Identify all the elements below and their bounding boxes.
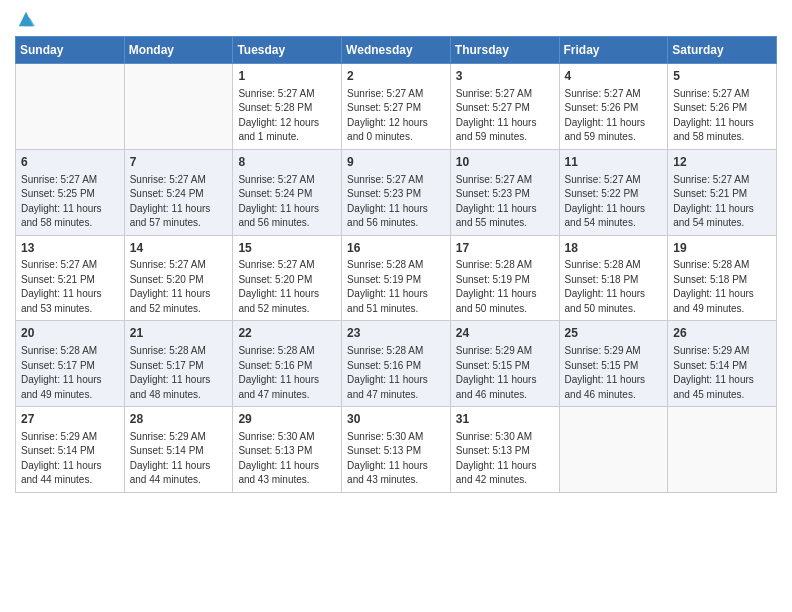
day-detail: Sunrise: 5:28 AM Sunset: 5:19 PM Dayligh… bbox=[456, 259, 537, 314]
day-number: 18 bbox=[565, 240, 663, 257]
calendar-cell: 7Sunrise: 5:27 AM Sunset: 5:24 PM Daylig… bbox=[124, 149, 233, 235]
day-detail: Sunrise: 5:27 AM Sunset: 5:28 PM Dayligh… bbox=[238, 88, 319, 143]
calendar-cell: 26Sunrise: 5:29 AM Sunset: 5:14 PM Dayli… bbox=[668, 321, 777, 407]
calendar-header-row: SundayMondayTuesdayWednesdayThursdayFrid… bbox=[16, 37, 777, 64]
day-detail: Sunrise: 5:27 AM Sunset: 5:27 PM Dayligh… bbox=[347, 88, 428, 143]
calendar-week-4: 20Sunrise: 5:28 AM Sunset: 5:17 PM Dayli… bbox=[16, 321, 777, 407]
calendar-cell: 20Sunrise: 5:28 AM Sunset: 5:17 PM Dayli… bbox=[16, 321, 125, 407]
calendar-cell: 12Sunrise: 5:27 AM Sunset: 5:21 PM Dayli… bbox=[668, 149, 777, 235]
day-number: 4 bbox=[565, 68, 663, 85]
day-number: 26 bbox=[673, 325, 771, 342]
day-number: 27 bbox=[21, 411, 119, 428]
calendar-cell: 11Sunrise: 5:27 AM Sunset: 5:22 PM Dayli… bbox=[559, 149, 668, 235]
day-detail: Sunrise: 5:27 AM Sunset: 5:23 PM Dayligh… bbox=[347, 174, 428, 229]
calendar-cell: 4Sunrise: 5:27 AM Sunset: 5:26 PM Daylig… bbox=[559, 64, 668, 150]
calendar-cell: 30Sunrise: 5:30 AM Sunset: 5:13 PM Dayli… bbox=[342, 407, 451, 493]
logo bbox=[15, 10, 35, 28]
day-number: 31 bbox=[456, 411, 554, 428]
calendar-cell: 23Sunrise: 5:28 AM Sunset: 5:16 PM Dayli… bbox=[342, 321, 451, 407]
day-detail: Sunrise: 5:28 AM Sunset: 5:16 PM Dayligh… bbox=[347, 345, 428, 400]
day-detail: Sunrise: 5:29 AM Sunset: 5:14 PM Dayligh… bbox=[21, 431, 102, 486]
day-detail: Sunrise: 5:28 AM Sunset: 5:16 PM Dayligh… bbox=[238, 345, 319, 400]
calendar-cell: 15Sunrise: 5:27 AM Sunset: 5:20 PM Dayli… bbox=[233, 235, 342, 321]
calendar-week-5: 27Sunrise: 5:29 AM Sunset: 5:14 PM Dayli… bbox=[16, 407, 777, 493]
logo-icon bbox=[17, 10, 35, 28]
day-header-sunday: Sunday bbox=[16, 37, 125, 64]
day-number: 15 bbox=[238, 240, 336, 257]
day-detail: Sunrise: 5:27 AM Sunset: 5:25 PM Dayligh… bbox=[21, 174, 102, 229]
day-detail: Sunrise: 5:27 AM Sunset: 5:22 PM Dayligh… bbox=[565, 174, 646, 229]
day-number: 11 bbox=[565, 154, 663, 171]
day-detail: Sunrise: 5:27 AM Sunset: 5:21 PM Dayligh… bbox=[673, 174, 754, 229]
day-detail: Sunrise: 5:28 AM Sunset: 5:18 PM Dayligh… bbox=[565, 259, 646, 314]
day-detail: Sunrise: 5:27 AM Sunset: 5:26 PM Dayligh… bbox=[673, 88, 754, 143]
day-number: 1 bbox=[238, 68, 336, 85]
calendar: SundayMondayTuesdayWednesdayThursdayFrid… bbox=[15, 36, 777, 493]
calendar-cell: 17Sunrise: 5:28 AM Sunset: 5:19 PM Dayli… bbox=[450, 235, 559, 321]
day-detail: Sunrise: 5:30 AM Sunset: 5:13 PM Dayligh… bbox=[238, 431, 319, 486]
calendar-cell: 10Sunrise: 5:27 AM Sunset: 5:23 PM Dayli… bbox=[450, 149, 559, 235]
calendar-cell: 28Sunrise: 5:29 AM Sunset: 5:14 PM Dayli… bbox=[124, 407, 233, 493]
calendar-week-2: 6Sunrise: 5:27 AM Sunset: 5:25 PM Daylig… bbox=[16, 149, 777, 235]
calendar-cell: 29Sunrise: 5:30 AM Sunset: 5:13 PM Dayli… bbox=[233, 407, 342, 493]
day-number: 29 bbox=[238, 411, 336, 428]
calendar-cell bbox=[16, 64, 125, 150]
day-detail: Sunrise: 5:28 AM Sunset: 5:17 PM Dayligh… bbox=[21, 345, 102, 400]
day-detail: Sunrise: 5:29 AM Sunset: 5:15 PM Dayligh… bbox=[456, 345, 537, 400]
calendar-cell: 8Sunrise: 5:27 AM Sunset: 5:24 PM Daylig… bbox=[233, 149, 342, 235]
day-number: 28 bbox=[130, 411, 228, 428]
calendar-cell: 13Sunrise: 5:27 AM Sunset: 5:21 PM Dayli… bbox=[16, 235, 125, 321]
day-detail: Sunrise: 5:29 AM Sunset: 5:15 PM Dayligh… bbox=[565, 345, 646, 400]
calendar-cell: 3Sunrise: 5:27 AM Sunset: 5:27 PM Daylig… bbox=[450, 64, 559, 150]
header bbox=[15, 10, 777, 28]
day-number: 10 bbox=[456, 154, 554, 171]
logo-text bbox=[15, 10, 35, 28]
calendar-cell: 1Sunrise: 5:27 AM Sunset: 5:28 PM Daylig… bbox=[233, 64, 342, 150]
day-number: 30 bbox=[347, 411, 445, 428]
day-header-friday: Friday bbox=[559, 37, 668, 64]
day-number: 5 bbox=[673, 68, 771, 85]
day-number: 19 bbox=[673, 240, 771, 257]
day-number: 2 bbox=[347, 68, 445, 85]
day-detail: Sunrise: 5:27 AM Sunset: 5:20 PM Dayligh… bbox=[130, 259, 211, 314]
calendar-cell: 21Sunrise: 5:28 AM Sunset: 5:17 PM Dayli… bbox=[124, 321, 233, 407]
day-detail: Sunrise: 5:27 AM Sunset: 5:27 PM Dayligh… bbox=[456, 88, 537, 143]
day-detail: Sunrise: 5:30 AM Sunset: 5:13 PM Dayligh… bbox=[456, 431, 537, 486]
day-header-thursday: Thursday bbox=[450, 37, 559, 64]
day-number: 25 bbox=[565, 325, 663, 342]
day-detail: Sunrise: 5:27 AM Sunset: 5:24 PM Dayligh… bbox=[238, 174, 319, 229]
day-detail: Sunrise: 5:27 AM Sunset: 5:20 PM Dayligh… bbox=[238, 259, 319, 314]
day-number: 6 bbox=[21, 154, 119, 171]
calendar-cell bbox=[124, 64, 233, 150]
day-header-saturday: Saturday bbox=[668, 37, 777, 64]
day-number: 20 bbox=[21, 325, 119, 342]
calendar-week-3: 13Sunrise: 5:27 AM Sunset: 5:21 PM Dayli… bbox=[16, 235, 777, 321]
day-number: 14 bbox=[130, 240, 228, 257]
calendar-cell: 22Sunrise: 5:28 AM Sunset: 5:16 PM Dayli… bbox=[233, 321, 342, 407]
day-detail: Sunrise: 5:28 AM Sunset: 5:19 PM Dayligh… bbox=[347, 259, 428, 314]
calendar-cell bbox=[668, 407, 777, 493]
day-detail: Sunrise: 5:27 AM Sunset: 5:21 PM Dayligh… bbox=[21, 259, 102, 314]
calendar-body: 1Sunrise: 5:27 AM Sunset: 5:28 PM Daylig… bbox=[16, 64, 777, 493]
day-header-monday: Monday bbox=[124, 37, 233, 64]
day-number: 9 bbox=[347, 154, 445, 171]
calendar-cell: 25Sunrise: 5:29 AM Sunset: 5:15 PM Dayli… bbox=[559, 321, 668, 407]
day-header-wednesday: Wednesday bbox=[342, 37, 451, 64]
day-number: 3 bbox=[456, 68, 554, 85]
calendar-cell: 14Sunrise: 5:27 AM Sunset: 5:20 PM Dayli… bbox=[124, 235, 233, 321]
day-detail: Sunrise: 5:28 AM Sunset: 5:18 PM Dayligh… bbox=[673, 259, 754, 314]
calendar-cell: 27Sunrise: 5:29 AM Sunset: 5:14 PM Dayli… bbox=[16, 407, 125, 493]
day-detail: Sunrise: 5:27 AM Sunset: 5:24 PM Dayligh… bbox=[130, 174, 211, 229]
day-number: 13 bbox=[21, 240, 119, 257]
day-detail: Sunrise: 5:27 AM Sunset: 5:23 PM Dayligh… bbox=[456, 174, 537, 229]
calendar-cell: 31Sunrise: 5:30 AM Sunset: 5:13 PM Dayli… bbox=[450, 407, 559, 493]
day-detail: Sunrise: 5:28 AM Sunset: 5:17 PM Dayligh… bbox=[130, 345, 211, 400]
day-number: 24 bbox=[456, 325, 554, 342]
calendar-cell: 24Sunrise: 5:29 AM Sunset: 5:15 PM Dayli… bbox=[450, 321, 559, 407]
page: SundayMondayTuesdayWednesdayThursdayFrid… bbox=[0, 0, 792, 508]
calendar-cell bbox=[559, 407, 668, 493]
calendar-cell: 19Sunrise: 5:28 AM Sunset: 5:18 PM Dayli… bbox=[668, 235, 777, 321]
day-number: 8 bbox=[238, 154, 336, 171]
calendar-cell: 16Sunrise: 5:28 AM Sunset: 5:19 PM Dayli… bbox=[342, 235, 451, 321]
day-number: 21 bbox=[130, 325, 228, 342]
